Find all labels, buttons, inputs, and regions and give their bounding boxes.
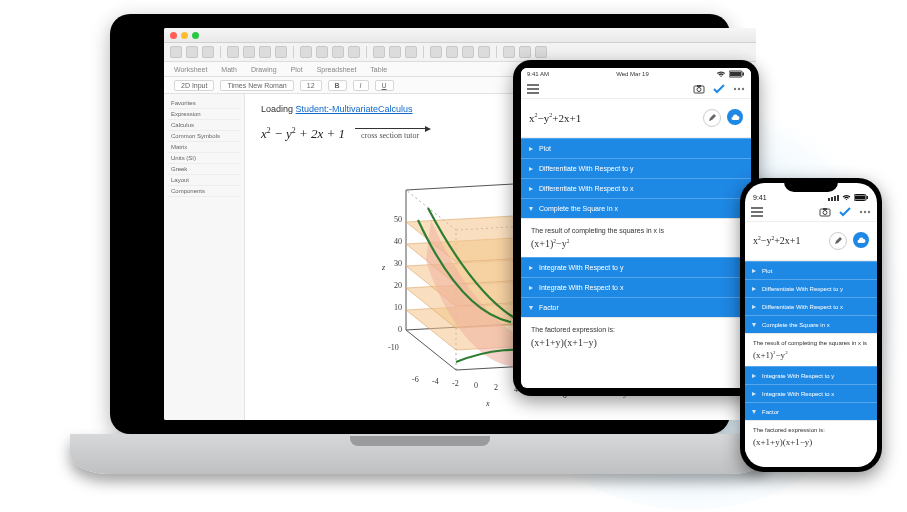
font-select[interactable]: Times New Roman (220, 80, 293, 91)
status-time: 9:41 AM (527, 71, 549, 77)
more-icon[interactable] (859, 206, 871, 218)
toolbar-button[interactable] (186, 46, 198, 58)
svg-text:z: z (381, 263, 386, 272)
font-size[interactable]: 12 (300, 80, 322, 91)
toolbar-button[interactable] (405, 46, 417, 58)
svg-text:40: 40 (394, 237, 402, 246)
action-row[interactable]: ▸Integrate With Respect to y (521, 257, 751, 277)
svg-text:-4: -4 (432, 377, 439, 386)
svg-text:50: 50 (394, 215, 402, 224)
toolbar-button[interactable] (503, 46, 515, 58)
action-row[interactable]: ▸Differentiate With Respect to y (521, 158, 751, 178)
svg-text:0: 0 (398, 325, 402, 334)
action-row[interactable]: ▸Plot (521, 138, 751, 158)
action-row[interactable]: ▸Integrate With Respect to y (745, 366, 877, 384)
toolbar-button[interactable] (478, 46, 490, 58)
toolbar-button[interactable] (462, 46, 474, 58)
action-row[interactable]: ▾Complete the Square in x (745, 315, 877, 333)
edit-button[interactable] (829, 232, 847, 250)
toolbar-button[interactable] (300, 46, 312, 58)
svg-rect-40 (867, 196, 868, 199)
result-panel: The factored expression is: (x+1+y)(x+1−… (745, 420, 877, 453)
action-row[interactable]: ▸Differentiate With Respect to x (745, 297, 877, 315)
toolbar-button[interactable] (348, 46, 360, 58)
svg-point-45 (864, 211, 866, 213)
toolbar-button[interactable] (316, 46, 328, 58)
action-row[interactable]: ▸Integrate With Respect to x (745, 384, 877, 402)
upload-button[interactable] (727, 109, 743, 125)
result-panel: The result of completing the squares in … (521, 218, 751, 257)
svg-text:-6: -6 (412, 375, 419, 384)
battery-icon (854, 194, 869, 201)
result-panel: The factored expression is: (x+1+y)(x+1−… (521, 317, 751, 356)
upload-button[interactable] (853, 232, 869, 248)
svg-rect-31 (743, 73, 745, 76)
check-icon[interactable] (839, 206, 851, 218)
app-header (745, 203, 877, 222)
bold-button[interactable]: B (328, 80, 347, 91)
sidebar-item[interactable]: Layout (168, 175, 240, 186)
camera-icon[interactable] (819, 206, 831, 218)
result-math: (x+1+y)(x+1−y) (753, 437, 869, 447)
menu-icon[interactable] (751, 206, 763, 218)
tab[interactable]: Table (370, 66, 387, 73)
toolbar-button[interactable] (519, 46, 531, 58)
signal-icon (828, 195, 839, 201)
action-row[interactable]: ▸Integrate With Respect to x (521, 277, 751, 297)
toolbar-button[interactable] (170, 46, 182, 58)
toolbar-button[interactable] (227, 46, 239, 58)
tab[interactable]: Math (221, 66, 237, 73)
status-time: 9:41 (753, 194, 767, 201)
toolbar-button[interactable] (243, 46, 255, 58)
search-icon[interactable] (535, 46, 547, 58)
sidebar-item[interactable]: Common Symbols (168, 131, 240, 142)
result-panel: The result of completing the squares in … (745, 333, 877, 366)
tab[interactable]: Spreadsheet (317, 66, 357, 73)
svg-point-37 (742, 88, 744, 90)
zoom-icon[interactable] (192, 32, 199, 39)
input-mode-select[interactable]: 2D Input (174, 80, 214, 91)
camera-icon[interactable] (693, 83, 705, 95)
sidebar-item[interactable]: Components (168, 186, 240, 197)
toolbar-button[interactable] (202, 46, 214, 58)
svg-text:20: 20 (394, 281, 402, 290)
tab[interactable]: Plot (291, 66, 303, 73)
sidebar-item[interactable]: Calculus (168, 120, 240, 131)
toolbar-button[interactable] (446, 46, 458, 58)
more-icon[interactable] (733, 83, 745, 95)
check-icon[interactable] (713, 83, 725, 95)
tab[interactable]: Worksheet (174, 66, 207, 73)
action-row[interactable]: ▸Differentiate With Respect to y (745, 279, 877, 297)
sidebar-item[interactable]: Expression (168, 109, 240, 120)
toolbar-button[interactable] (332, 46, 344, 58)
action-row[interactable]: ▾Factor (521, 297, 751, 317)
sidebar-item[interactable]: Favorites (168, 98, 240, 109)
sidebar-item[interactable]: Units (SI) (168, 153, 240, 164)
action-row[interactable]: ▸Differentiate With Respect to x (521, 178, 751, 198)
action-row[interactable]: ▾Complete the Square in x (521, 198, 751, 218)
menu-icon[interactable] (527, 83, 539, 95)
underline-button[interactable]: U (375, 80, 394, 91)
sidebar-item[interactable]: Matrix (168, 142, 240, 153)
edit-button[interactable] (703, 109, 721, 127)
sidebar-item[interactable]: Greek (168, 164, 240, 175)
math-expression: x2−y2+2x+1 (529, 112, 581, 124)
toolbar-button[interactable] (373, 46, 385, 58)
minimize-icon[interactable] (181, 32, 188, 39)
toolbar-button[interactable] (389, 46, 401, 58)
action-row[interactable]: ▸Plot (745, 261, 877, 279)
package-link[interactable]: Student:-MultivariateCalculus (296, 104, 413, 114)
result-math: (x+1)2−y2 (753, 350, 869, 360)
toolbar-button[interactable] (430, 46, 442, 58)
window-titlebar (164, 28, 756, 43)
italic-button[interactable]: I (353, 80, 369, 91)
close-icon[interactable] (170, 32, 177, 39)
tab[interactable]: Drawing (251, 66, 277, 73)
toolbar-button[interactable] (275, 46, 287, 58)
result-text: The result of completing the squares in … (531, 227, 741, 234)
tablet-device: 9:41 AM Wed Mar 19 (513, 60, 759, 396)
action-row[interactable]: ▾Factor (745, 402, 877, 420)
wifi-icon (716, 70, 726, 78)
toolbar-button[interactable] (259, 46, 271, 58)
context-command[interactable]: cross section tutor (355, 128, 425, 140)
